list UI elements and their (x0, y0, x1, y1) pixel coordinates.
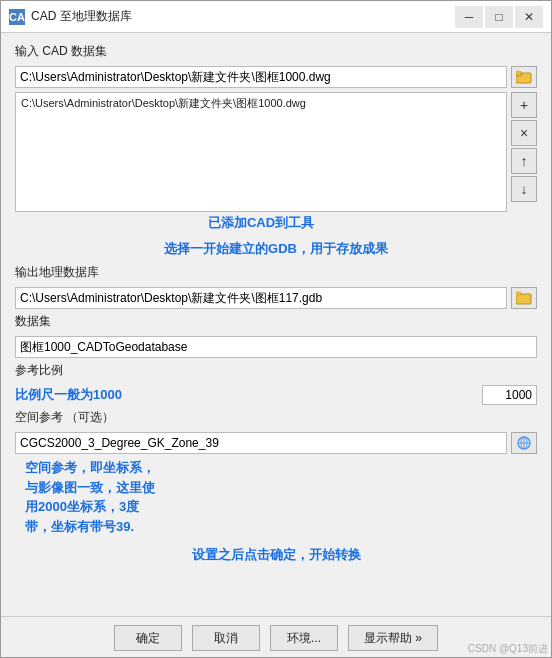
spatial-browse-button[interactable] (511, 432, 537, 454)
side-buttons: + × ↑ ↓ (511, 92, 537, 202)
add-file-button[interactable]: + (511, 92, 537, 118)
folder-icon (516, 70, 532, 84)
annotation-add-cad: 已添加CAD到工具 (15, 214, 507, 232)
svg-rect-4 (516, 292, 521, 295)
dataset-label: 数据集 (15, 313, 537, 330)
spatial-field[interactable] (15, 432, 507, 454)
spatial-label: 空间参考 （可选） (15, 409, 537, 426)
annotation-bottom: 设置之后点击确定，开始转换 (192, 547, 361, 562)
output-file-row (15, 287, 537, 309)
annotation-spatial-line2: 与影像图一致，这里使 (25, 478, 537, 498)
move-up-button[interactable]: ↑ (511, 148, 537, 174)
output-gdb-label: 输出地理数据库 (15, 264, 537, 281)
cancel-button[interactable]: 取消 (192, 625, 260, 651)
folder-open-icon (516, 291, 532, 305)
dataset-row (15, 336, 537, 358)
output-file-field[interactable] (15, 287, 507, 309)
title-bar: CAD CAD 至地理数据库 ─ □ ✕ (1, 1, 551, 33)
input-cad-label: 输入 CAD 数据集 (15, 43, 537, 60)
help-button[interactable]: 显示帮助 » (348, 625, 438, 651)
annotation-scale: 比例尺一般为1000 (15, 386, 122, 404)
annotation-spatial-line3: 用2000坐标系，3度 (25, 497, 537, 517)
move-down-button[interactable]: ↓ (511, 176, 537, 202)
spatial-row (15, 432, 537, 454)
title-buttons: ─ □ ✕ (455, 6, 543, 28)
output-browse-button[interactable] (511, 287, 537, 309)
close-button[interactable]: ✕ (515, 6, 543, 28)
maximize-button[interactable]: □ (485, 6, 513, 28)
annotation-spatial-line1: 空间参考，即坐标系， (25, 458, 537, 478)
scale-row: 比例尺一般为1000 (15, 385, 537, 405)
annotation-gdb: 选择一开始建立的GDB，用于存放成果 (15, 240, 537, 258)
scale-label: 参考比例 (15, 362, 537, 379)
annotation-spatial-block: 空间参考，即坐标系， 与影像图一致，这里使 用2000坐标系，3度 带，坐标有带… (15, 458, 537, 536)
svg-rect-3 (516, 294, 531, 304)
environment-button[interactable]: 环境... (270, 625, 338, 651)
annotation-spatial-line4: 带，坐标有带号39. (25, 517, 537, 537)
main-window: CAD CAD 至地理数据库 ─ □ ✕ 输入 CAD 数据集 (0, 0, 552, 658)
list-item: C:\Users\Administrator\Desktop\新建文件夹\图框1… (18, 95, 504, 112)
ok-button[interactable]: 确定 (114, 625, 182, 651)
input-file-row (15, 66, 537, 88)
svg-rect-2 (516, 71, 521, 74)
dataset-field[interactable] (15, 336, 537, 358)
content-area: 输入 CAD 数据集 C:\Users\Administrator\Deskto… (1, 33, 551, 616)
coordinate-icon (516, 435, 532, 451)
watermark: CSDN @Q13前进 (468, 642, 548, 656)
list-area: C:\Users\Administrator\Desktop\新建文件夹\图框1… (15, 92, 537, 234)
input-file-field[interactable] (15, 66, 507, 88)
remove-file-button[interactable]: × (511, 120, 537, 146)
minimize-button[interactable]: ─ (455, 6, 483, 28)
app-icon: CAD (9, 9, 25, 25)
cad-file-list[interactable]: C:\Users\Administrator\Desktop\新建文件夹\图框1… (15, 92, 507, 212)
scale-field[interactable] (482, 385, 537, 405)
window-title: CAD 至地理数据库 (31, 8, 455, 25)
input-browse-button[interactable] (511, 66, 537, 88)
